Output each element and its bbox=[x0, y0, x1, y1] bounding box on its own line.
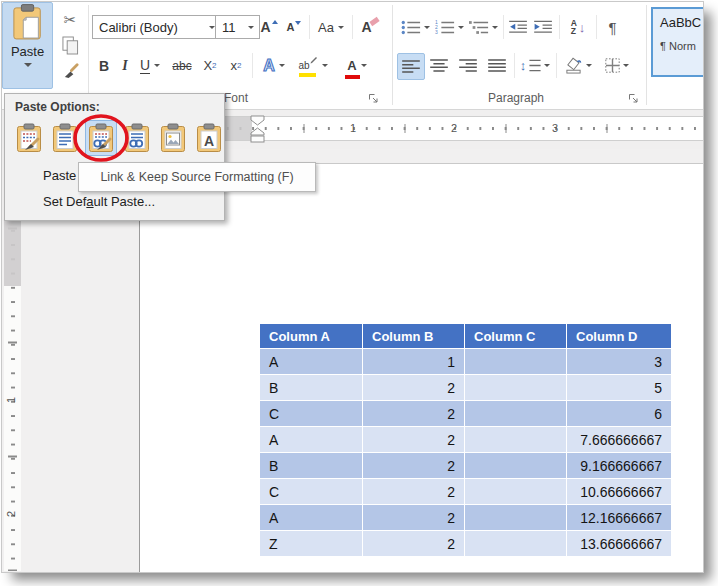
chevron-down-icon[interactable] bbox=[154, 64, 160, 67]
indent-markers[interactable] bbox=[249, 114, 266, 144]
table-cell[interactable]: 2 bbox=[363, 479, 465, 505]
increase-indent-button[interactable] bbox=[532, 15, 555, 39]
font-name-value: Calibri (Body) bbox=[99, 20, 178, 35]
shrink-font-button[interactable]: A bbox=[283, 15, 305, 39]
table-cell[interactable]: 2 bbox=[363, 401, 465, 427]
column-header[interactable]: Column C bbox=[465, 324, 567, 349]
table-cell[interactable] bbox=[465, 349, 567, 375]
paste-dropdown-arrow-icon[interactable] bbox=[24, 63, 32, 67]
table-cell[interactable]: 6 bbox=[567, 401, 672, 427]
line-spacing-button[interactable]: ↕ bbox=[518, 53, 552, 78]
font-color-button[interactable]: A bbox=[340, 53, 374, 78]
table-cell[interactable]: 5 bbox=[567, 375, 672, 401]
chevron-down-icon[interactable] bbox=[248, 26, 254, 29]
paste-option-link-use-destination-styles[interactable] bbox=[121, 120, 153, 156]
subscript-button[interactable]: X2 bbox=[198, 53, 222, 78]
table-cell[interactable]: 2 bbox=[363, 453, 465, 479]
table-cell[interactable]: 7.666666667 bbox=[567, 427, 672, 453]
multilevel-list-button[interactable] bbox=[467, 15, 499, 39]
table-cell[interactable]: B bbox=[260, 453, 363, 479]
table-cell[interactable]: 3 bbox=[567, 349, 672, 375]
column-header[interactable]: Column B bbox=[363, 324, 465, 349]
decrease-indent-button[interactable] bbox=[507, 15, 530, 39]
numbering-button[interactable]: 123 bbox=[433, 15, 465, 39]
chevron-down-icon[interactable] bbox=[322, 64, 328, 67]
chevron-down-icon[interactable] bbox=[586, 64, 592, 67]
table-cell[interactable]: A bbox=[260, 349, 363, 375]
change-case-button[interactable]: Aa bbox=[314, 15, 348, 39]
paste-option-keep-source-formatting[interactable] bbox=[13, 120, 45, 156]
document-table[interactable]: Column A Column B Column C Column D A13 … bbox=[259, 323, 672, 557]
paste-option-picture[interactable] bbox=[157, 120, 189, 156]
table-cell[interactable] bbox=[465, 401, 567, 427]
table-cell[interactable]: C bbox=[260, 479, 363, 505]
chevron-down-icon[interactable] bbox=[544, 64, 550, 67]
format-painter-button[interactable] bbox=[57, 59, 83, 81]
table-cell[interactable]: 12.16666667 bbox=[567, 505, 672, 531]
show-hide-paragraph-button[interactable]: ¶ bbox=[601, 15, 624, 39]
bold-button[interactable]: B bbox=[94, 53, 114, 78]
text-highlight-button[interactable]: ab bbox=[294, 53, 332, 78]
font-size-combo[interactable]: 11 bbox=[215, 15, 260, 39]
table-cell[interactable] bbox=[465, 479, 567, 505]
table-cell[interactable]: 9.166666667 bbox=[567, 453, 672, 479]
table-cell[interactable]: 2 bbox=[363, 531, 465, 557]
table-cell[interactable]: 2 bbox=[363, 505, 465, 531]
text-effects-button[interactable]: A bbox=[258, 53, 290, 78]
table-cell[interactable]: A bbox=[260, 427, 363, 453]
grow-font-button[interactable]: A bbox=[257, 15, 281, 39]
paste-option-keep-text-only[interactable]: A bbox=[193, 120, 225, 156]
style-card-normal[interactable]: AaBbC ¶ Norm bbox=[651, 7, 704, 77]
chevron-down-icon[interactable] bbox=[361, 64, 367, 67]
increase-indent-icon bbox=[534, 20, 553, 34]
chevron-down-icon[interactable] bbox=[424, 26, 430, 29]
column-header[interactable]: Column D bbox=[567, 324, 672, 349]
font-color-icon: A bbox=[347, 58, 356, 73]
table-cell[interactable]: 2 bbox=[363, 375, 465, 401]
menu-item-set-default-paste[interactable]: Set Default Paste... bbox=[43, 194, 155, 209]
chevron-down-icon[interactable] bbox=[279, 64, 285, 67]
table-cell[interactable] bbox=[465, 531, 567, 557]
align-left-button[interactable] bbox=[397, 53, 425, 80]
hanging-indent-marker bbox=[251, 128, 264, 135]
table-cell[interactable]: 13.66666667 bbox=[567, 531, 672, 557]
borders-button[interactable] bbox=[600, 53, 634, 78]
superscript-button[interactable]: x2 bbox=[224, 53, 248, 78]
paragraph-dialog-launcher[interactable] bbox=[628, 93, 639, 104]
menu-item-paste[interactable]: Paste bbox=[43, 168, 76, 183]
align-left-icon bbox=[402, 60, 420, 73]
chevron-down-icon[interactable] bbox=[492, 26, 498, 29]
table-cell[interactable]: 2 bbox=[363, 427, 465, 453]
justify-button[interactable] bbox=[484, 53, 510, 78]
table-cell[interactable]: B bbox=[260, 375, 363, 401]
cut-button[interactable]: ✂ bbox=[57, 9, 83, 31]
underline-button[interactable]: U bbox=[136, 53, 164, 78]
sort-button[interactable]: AZ ↓ bbox=[564, 15, 592, 39]
table-cell[interactable]: 10.66666667 bbox=[567, 479, 672, 505]
clear-formatting-button[interactable]: A bbox=[357, 15, 383, 39]
paste-option-link-keep-source-formatting[interactable] bbox=[85, 120, 117, 156]
font-name-combo[interactable]: Calibri (Body) bbox=[92, 15, 221, 39]
font-dialog-launcher[interactable] bbox=[368, 93, 379, 104]
table-cell[interactable] bbox=[465, 453, 567, 479]
table-cell[interactable]: C bbox=[260, 401, 363, 427]
paste-option-merge-formatting[interactable] bbox=[49, 120, 81, 156]
column-header[interactable]: Column A bbox=[260, 324, 363, 349]
table-cell[interactable]: A bbox=[260, 505, 363, 531]
paste-button[interactable]: Paste bbox=[2, 2, 53, 89]
table-cell[interactable]: Z bbox=[260, 531, 363, 557]
table-cell[interactable]: 1 bbox=[363, 349, 465, 375]
align-center-button[interactable] bbox=[426, 53, 452, 78]
strikethrough-button[interactable]: abc bbox=[168, 53, 196, 78]
table-cell[interactable] bbox=[465, 505, 567, 531]
italic-button[interactable]: I bbox=[116, 53, 134, 78]
chevron-down-icon[interactable] bbox=[623, 64, 629, 67]
chevron-down-icon[interactable] bbox=[458, 26, 464, 29]
bullets-button[interactable] bbox=[399, 15, 431, 39]
svg-text:3: 3 bbox=[435, 29, 438, 35]
copy-button[interactable] bbox=[57, 34, 83, 56]
table-cell[interactable] bbox=[465, 375, 567, 401]
shading-button[interactable] bbox=[560, 53, 596, 78]
table-cell[interactable] bbox=[465, 427, 567, 453]
align-right-button[interactable] bbox=[455, 53, 481, 78]
